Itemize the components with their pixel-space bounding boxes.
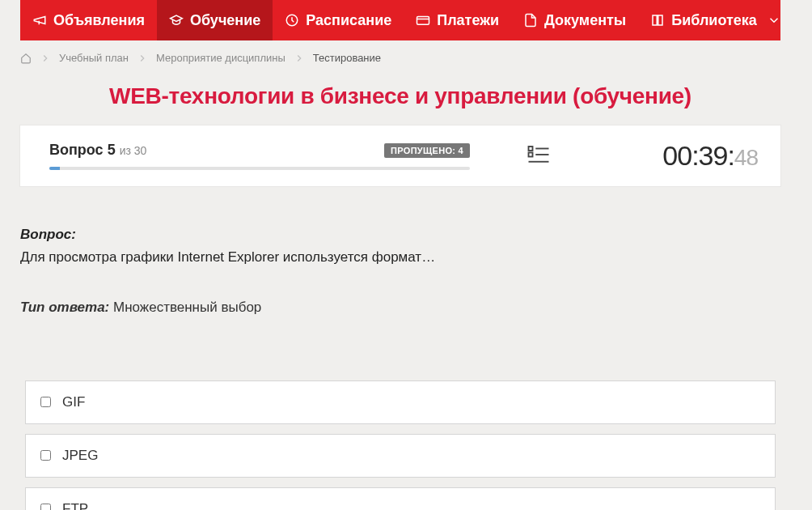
question-text: Для просмотра графики Internet Explorer … xyxy=(20,248,780,267)
card-icon xyxy=(416,13,430,28)
timer-main: 00:39: xyxy=(662,140,734,172)
answer-type-value: Множественный выбор xyxy=(109,300,261,315)
progress-bar xyxy=(49,167,470,170)
chevron-right-icon xyxy=(40,53,51,64)
graduation-icon xyxy=(169,13,184,28)
list-icon xyxy=(527,142,551,167)
question-label: Вопрос: xyxy=(20,227,780,243)
question-total-value: 30 xyxy=(134,144,147,157)
breadcrumb-item[interactable]: Учебный план xyxy=(59,52,129,64)
megaphone-icon xyxy=(32,13,47,28)
answer-label: GIF xyxy=(62,394,85,410)
nav-tab-library[interactable]: Библиотека xyxy=(638,0,793,40)
answer-checkbox[interactable] xyxy=(40,450,51,461)
question-word: Вопрос xyxy=(49,142,104,158)
question-of-word: из xyxy=(120,144,131,157)
timer-sub: 48 xyxy=(734,145,758,171)
nav-tab-schedule[interactable]: Расписание xyxy=(273,0,404,40)
answers-list: GIF JPEG FTP xyxy=(20,380,780,510)
breadcrumb-item-current: Тестирование xyxy=(313,52,381,64)
nav-tab-announcements[interactable]: Объявления xyxy=(20,0,157,40)
svg-rect-4 xyxy=(529,152,533,156)
nav-tab-label: Расписание xyxy=(306,12,391,29)
nav-tab-label: Документы xyxy=(544,12,626,29)
answer-option[interactable]: JPEG xyxy=(25,434,776,478)
nav-tab-label: Обучение xyxy=(190,12,260,29)
answer-checkbox[interactable] xyxy=(40,397,51,407)
skipped-badge: ПРОПУЩЕНО: 4 xyxy=(384,143,470,158)
timer: 00:39:48 xyxy=(662,140,758,172)
clock-icon xyxy=(285,13,299,28)
question-total: из 30 xyxy=(120,144,147,157)
breadcrumb-item[interactable]: Мероприятие дисциплины xyxy=(156,52,285,64)
nav-tab-documents[interactable]: Документы xyxy=(511,0,638,40)
top-nav: Объявления Обучение Расписание Платежи Д… xyxy=(20,0,780,40)
home-icon[interactable] xyxy=(20,53,32,64)
nav-tab-learning[interactable]: Обучение xyxy=(157,0,273,40)
answer-label: JPEG xyxy=(62,448,98,464)
page-title: WEB-технологии в бизнесе и управлении (о… xyxy=(20,75,780,125)
question-current: 5 xyxy=(108,142,116,158)
question-number: Вопрос 5 xyxy=(49,142,120,158)
nav-tab-label: Платежи xyxy=(437,12,499,29)
chevron-right-icon xyxy=(137,53,148,64)
svg-rect-1 xyxy=(417,17,429,25)
answer-label: FTP xyxy=(62,501,88,510)
answer-option[interactable]: FTP xyxy=(25,487,776,510)
chevron-right-icon xyxy=(294,53,305,64)
answer-type-row: Тип ответа: Множественный выбор xyxy=(20,300,780,316)
status-card: Вопрос 5 из 30 ПРОПУЩЕНО: 4 xyxy=(20,125,780,186)
progress-fill xyxy=(49,167,60,170)
nav-tab-label: Объявления xyxy=(53,12,145,29)
file-icon xyxy=(523,13,538,28)
svg-rect-2 xyxy=(529,147,533,151)
nav-tab-payments[interactable]: Платежи xyxy=(404,0,511,40)
answer-option[interactable]: GIF xyxy=(25,380,776,424)
answer-type-label: Тип ответа: xyxy=(20,300,109,315)
question-body: Вопрос: Для просмотра графики Internet E… xyxy=(20,186,780,340)
chevron-down-icon xyxy=(767,13,781,28)
breadcrumb: Учебный план Мероприятие дисциплины Тест… xyxy=(20,40,780,75)
question-list-button[interactable] xyxy=(527,142,551,170)
answer-checkbox[interactable] xyxy=(40,504,51,510)
progress-block: Вопрос 5 из 30 ПРОПУЩЕНО: 4 xyxy=(49,142,470,170)
book-icon xyxy=(650,13,665,28)
nav-tab-label: Библиотека xyxy=(671,12,757,29)
